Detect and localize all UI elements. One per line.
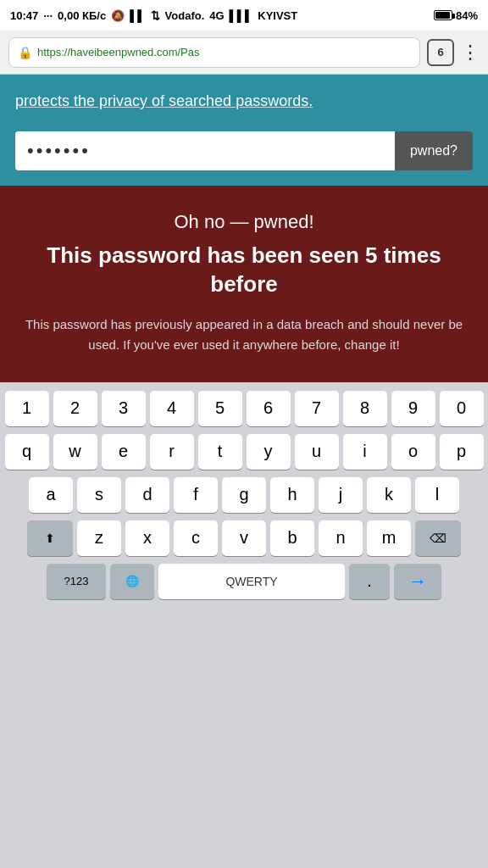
status-bar: 10:47 ··· 0,00 КБ/с 🔕 ▌▌ ⇅ Vodafo. 4G ▌▌… [0, 0, 488, 31]
key-f[interactable]: f [174, 477, 218, 513]
key-n[interactable]: n [319, 520, 363, 556]
key-s[interactable]: s [77, 477, 121, 513]
go-arrow-icon: → [408, 570, 427, 593]
key-2[interactable]: 2 [53, 391, 97, 426]
signal-bars: ▌▌ [130, 9, 145, 22]
keyboard: 1 2 3 4 5 6 7 8 9 0 q w e r t y u i o p … [0, 382, 488, 604]
password-input[interactable] [15, 131, 395, 170]
mute-icon: 🔕 [111, 9, 125, 22]
result-description: This password has previously appeared in… [19, 314, 469, 355]
key-w[interactable]: w [53, 434, 97, 470]
key-b[interactable]: b [270, 520, 314, 556]
key-l[interactable]: l [415, 477, 459, 513]
key-o[interactable]: o [391, 434, 435, 470]
key-m[interactable]: m [367, 520, 411, 556]
url-text: https://haveibeenpwned.com/Pas [37, 46, 411, 58]
key-x[interactable]: x [125, 520, 169, 556]
key-p[interactable]: p [440, 434, 484, 470]
signal-bars-2: ▌▌▌ [230, 9, 253, 22]
key-9[interactable]: 9 [391, 391, 435, 426]
city: KYIVST [258, 9, 297, 22]
a-row: a s d f g h j k l [3, 477, 485, 513]
privacy-text: protects the privacy of searched passwor… [15, 92, 313, 109]
number-row: 1 2 3 4 5 6 7 8 9 0 [3, 391, 485, 426]
time: 10:47 [10, 9, 38, 22]
key-u[interactable]: u [295, 434, 339, 470]
key-v[interactable]: v [222, 520, 266, 556]
result-section: Oh no — pwned! This password has been se… [0, 186, 488, 382]
status-left: 10:47 ··· 0,00 КБ/с 🔕 ▌▌ ⇅ Vodafo. 4G ▌▌… [10, 9, 297, 22]
key-7[interactable]: 7 [295, 391, 339, 426]
num-switch-key[interactable]: ?123 [47, 564, 106, 599]
key-5[interactable]: 5 [198, 391, 242, 426]
period-key[interactable]: . [349, 564, 390, 599]
key-q[interactable]: q [5, 434, 49, 470]
key-e[interactable]: e [102, 434, 146, 470]
shift-key[interactable]: ⬆ [27, 520, 73, 556]
key-z[interactable]: z [77, 520, 121, 556]
key-d[interactable]: d [125, 477, 169, 513]
key-a[interactable]: a [29, 477, 73, 513]
key-g[interactable]: g [222, 477, 266, 513]
tab-count[interactable]: 6 [427, 39, 454, 66]
signal-dots: ··· [43, 9, 53, 22]
result-heading: Oh no — pwned! [19, 211, 469, 233]
key-c[interactable]: c [174, 520, 218, 556]
key-i[interactable]: i [343, 434, 387, 470]
backspace-key[interactable]: ⌫ [415, 520, 461, 556]
key-8[interactable]: 8 [343, 391, 387, 426]
network-type: 4G [209, 9, 224, 22]
battery-icon [434, 10, 452, 20]
address-bar[interactable]: 🔒 https://haveibeenpwned.com/Pas [8, 37, 420, 68]
shift-icon: ⬆ [45, 531, 55, 545]
status-right: 84% [432, 9, 478, 22]
carrier: Vodafo. [165, 9, 205, 22]
key-r[interactable]: r [150, 434, 194, 470]
key-0[interactable]: 0 [440, 391, 484, 426]
go-key[interactable]: → [394, 564, 441, 599]
key-t[interactable]: t [198, 434, 242, 470]
key-1[interactable]: 1 [5, 391, 49, 426]
browser-bar: 🔒 https://haveibeenpwned.com/Pas 6 ⋮ [0, 31, 488, 75]
space-key[interactable]: QWERTY [158, 564, 345, 599]
battery-percent: 84% [456, 9, 478, 22]
key-j[interactable]: j [319, 477, 363, 513]
q-row: q w e r t y u i o p [3, 434, 485, 470]
pwned-button[interactable]: pwned? [395, 131, 473, 170]
key-6[interactable]: 6 [247, 391, 291, 426]
data-icon: ⇅ [151, 9, 160, 22]
bottom-row: ?123 🌐 QWERTY . → [3, 564, 485, 599]
key-h[interactable]: h [270, 477, 314, 513]
lock-icon: 🔒 [18, 46, 32, 59]
globe-icon: 🌐 [125, 575, 139, 587]
page-top-section: protects the privacy of searched passwor… [0, 75, 488, 131]
key-4[interactable]: 4 [150, 391, 194, 426]
key-3[interactable]: 3 [102, 391, 146, 426]
search-bar: pwned? [0, 131, 488, 186]
backspace-icon: ⌫ [430, 531, 446, 545]
globe-key[interactable]: 🌐 [110, 564, 154, 599]
key-k[interactable]: k [367, 477, 411, 513]
data-speed: 0,00 КБ/с [58, 9, 106, 22]
result-subheading: This password has been seen 5 times befo… [19, 242, 469, 299]
menu-dots-icon[interactable]: ⋮ [461, 42, 480, 64]
z-row: ⬆ z x c v b n m ⌫ [3, 520, 485, 556]
key-y[interactable]: y [247, 434, 291, 470]
